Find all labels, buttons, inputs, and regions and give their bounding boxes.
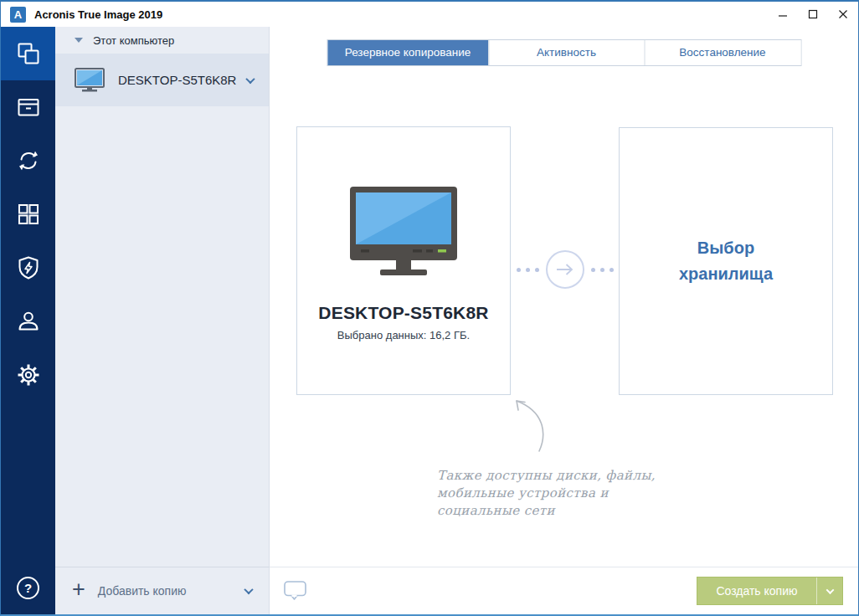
source-computer-name: DESKTOP-S5T6K8R	[318, 303, 488, 323]
collapse-triangle-icon	[75, 38, 83, 43]
sync-icon	[16, 148, 41, 173]
backup-source-box[interactable]: DESKTOP-S5T6K8R Выбрано данных: 16,2 ГБ.	[296, 126, 511, 395]
tools-grid-icon	[16, 202, 41, 227]
add-backup-button[interactable]: + Добавить копию	[55, 567, 269, 614]
dots-right	[589, 268, 616, 272]
nav-sidebar: ?	[1, 27, 55, 614]
close-icon	[838, 9, 848, 19]
panel-header-this-computer[interactable]: Этот компьютер	[55, 27, 269, 54]
computer-list-item[interactable]: DESKTOP-S5T6K8R	[55, 54, 269, 106]
sidebar-item-account[interactable]	[1, 295, 55, 348]
create-backup-dropdown[interactable]	[816, 578, 842, 604]
footer-bar: Создать копию	[270, 567, 858, 614]
sidebar-item-backup[interactable]	[1, 27, 55, 80]
panel-header-label: Этот компьютер	[93, 34, 174, 47]
add-backup-label: Добавить копию	[98, 584, 187, 598]
annotation-note: Также доступны диски, файлы, мобильные у…	[437, 467, 680, 520]
sidebar-item-archive[interactable]	[1, 80, 55, 134]
computer-monitor-icon	[349, 186, 458, 280]
sidebar-item-sync[interactable]	[1, 134, 55, 187]
backup-direction-arrow	[511, 248, 620, 291]
chevron-down-icon	[826, 586, 834, 594]
create-backup-button[interactable]: Создать копию	[697, 577, 843, 605]
app-window: A Acronis True Image 2019	[0, 0, 859, 616]
archive-icon	[16, 95, 41, 120]
acronis-logo-icon: A	[10, 7, 26, 23]
sidebar-item-help[interactable]: ?	[1, 561, 55, 614]
minimize-icon	[778, 9, 788, 19]
dots-left	[514, 268, 542, 272]
window-body: ? Этот компьютер DESKTOP-S5T6K8R	[1, 27, 858, 614]
source-selected-data: Выбрано данных: 16,2 ГБ.	[337, 329, 470, 341]
help-icon: ?	[17, 577, 39, 599]
sidebar-item-settings[interactable]	[1, 348, 55, 402]
annotation-curved-arrow	[506, 397, 548, 454]
tab-activity[interactable]: Активность	[488, 40, 644, 65]
window-controls	[768, 2, 858, 27]
computer-name: DESKTOP-S5T6K8R	[118, 73, 236, 87]
device-panel: Этот компьютер DESKTOP-S5T6K8R + Добавит…	[55, 27, 269, 614]
gear-icon	[16, 362, 41, 388]
panel-empty-area	[55, 106, 269, 567]
titlebar: A Acronis True Image 2019	[1, 2, 858, 27]
sidebar-item-protection[interactable]	[1, 241, 55, 295]
window-title: Acronis True Image 2019	[34, 8, 162, 21]
tab-backup[interactable]: Резервное копирование	[327, 40, 488, 65]
backup-icon	[16, 41, 41, 66]
computer-mini-icon	[75, 68, 105, 93]
minimize-button[interactable]	[768, 2, 798, 27]
tab-bar: Резервное копирование Активность Восстан…	[327, 39, 801, 66]
destination-label: Выбор хранилища	[679, 235, 773, 287]
maximize-button[interactable]	[798, 2, 828, 27]
sidebar-item-tools[interactable]	[1, 187, 55, 241]
close-button[interactable]	[828, 2, 858, 27]
chevron-down-icon[interactable]	[245, 74, 255, 83]
plus-icon: +	[72, 577, 85, 603]
storage-destination-box[interactable]: Выбор хранилища	[619, 127, 833, 395]
chevron-down-icon[interactable]	[244, 585, 253, 594]
main-area: Резервное копирование Активность Восстан…	[269, 27, 858, 614]
feedback-bubble-icon[interactable]	[284, 581, 307, 601]
tab-recovery[interactable]: Восстановление	[644, 40, 800, 65]
shield-lightning-icon	[16, 255, 41, 280]
maximize-icon	[808, 9, 818, 19]
create-backup-label: Создать копию	[697, 578, 816, 604]
account-person-icon	[16, 309, 41, 334]
arrow-right-icon	[546, 250, 584, 289]
